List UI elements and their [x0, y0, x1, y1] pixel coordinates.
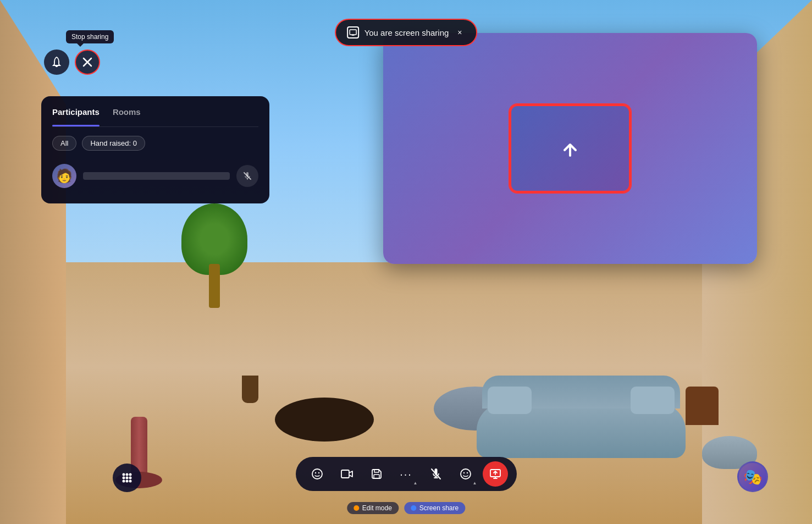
toolbar-pill: ··· ▲ ▲: [296, 457, 517, 491]
svg-rect-15: [374, 475, 379, 478]
screen-share-label: Screen share: [419, 504, 459, 512]
svg-point-3: [129, 473, 132, 476]
banner-screen-icon: [347, 26, 359, 38]
edit-mode-badge[interactable]: Edit mode: [347, 502, 399, 514]
sofa: [477, 403, 686, 458]
screen-share-badge[interactable]: Screen share: [404, 502, 465, 514]
participant-name-blur: [83, 172, 230, 180]
more-chevron-icon: ▲: [413, 481, 418, 486]
banner-text: You are screen sharing: [364, 28, 449, 37]
svg-point-10: [312, 469, 322, 479]
filter-all[interactable]: All: [52, 136, 76, 151]
bottom-toolbar: ··· ▲ ▲: [296, 457, 517, 491]
edit-mode-label: Edit mode: [362, 504, 392, 512]
svg-point-4: [123, 477, 125, 479]
svg-point-5: [126, 477, 129, 479]
svg-point-12: [318, 472, 319, 473]
svg-point-2: [126, 473, 129, 476]
screen-share-display: [510, 104, 631, 192]
svg-point-7: [123, 480, 125, 483]
edit-mode-dot: [353, 505, 359, 511]
participants-panel: Participants Rooms All Hand raised: 0 🧑: [41, 96, 269, 203]
virtual-screen: [383, 33, 757, 264]
svg-point-6: [129, 477, 132, 479]
banner-close-button[interactable]: ×: [454, 27, 465, 38]
grid-menu-button[interactable]: [113, 464, 141, 492]
participant-avatar: 🧑: [52, 164, 76, 188]
coffee-table: [275, 398, 374, 442]
panel-filters: All Hand raised: 0: [52, 136, 258, 151]
panel-tabs: Participants Rooms: [52, 107, 258, 127]
reactions-button[interactable]: [305, 461, 330, 487]
stool: [686, 387, 719, 425]
status-bar: Edit mode Screen share: [347, 502, 465, 514]
svg-point-9: [129, 480, 132, 483]
screen-share-dot: [411, 505, 416, 511]
sofa-pillow-left: [488, 387, 532, 414]
svg-point-1: [123, 473, 125, 476]
screenshare-button[interactable]: [483, 461, 508, 487]
mute-button[interactable]: [423, 461, 449, 487]
svg-point-16: [461, 469, 471, 479]
participant-item: 🧑: [52, 159, 258, 192]
upload-arrow-icon: [554, 132, 587, 165]
filter-hand-raised[interactable]: Hand raised: 0: [82, 136, 145, 151]
emoji-chevron-icon: ▲: [473, 481, 477, 486]
svg-point-17: [463, 472, 464, 473]
tab-rooms[interactable]: Rooms: [113, 107, 141, 121]
mute-participant-button[interactable]: [236, 165, 258, 187]
svg-rect-0: [350, 30, 356, 35]
svg-rect-14: [374, 470, 379, 472]
top-left-controls: Stop sharing: [44, 49, 100, 75]
svg-rect-13: [341, 470, 349, 478]
camera-button[interactable]: [334, 461, 360, 487]
save-button[interactable]: [364, 461, 389, 487]
svg-point-8: [126, 480, 129, 483]
more-options-button[interactable]: ··· ▲: [394, 461, 419, 487]
user-avatar-button[interactable]: 🎭: [737, 461, 768, 492]
stop-sharing-tooltip: Stop sharing: [66, 30, 114, 43]
tab-participants[interactable]: Participants: [52, 107, 100, 121]
tree-trunk: [209, 264, 220, 308]
notifications-button[interactable]: [44, 49, 69, 75]
svg-point-11: [314, 472, 316, 473]
scene-background: [0, 0, 812, 524]
screen-share-banner: You are screen sharing ×: [335, 19, 478, 46]
stop-share-button[interactable]: [75, 49, 100, 75]
emoji-reaction-button[interactable]: ▲: [453, 461, 478, 487]
svg-point-18: [466, 472, 467, 473]
sofa-pillow-right: [631, 387, 675, 414]
plant-pot: [242, 376, 258, 403]
